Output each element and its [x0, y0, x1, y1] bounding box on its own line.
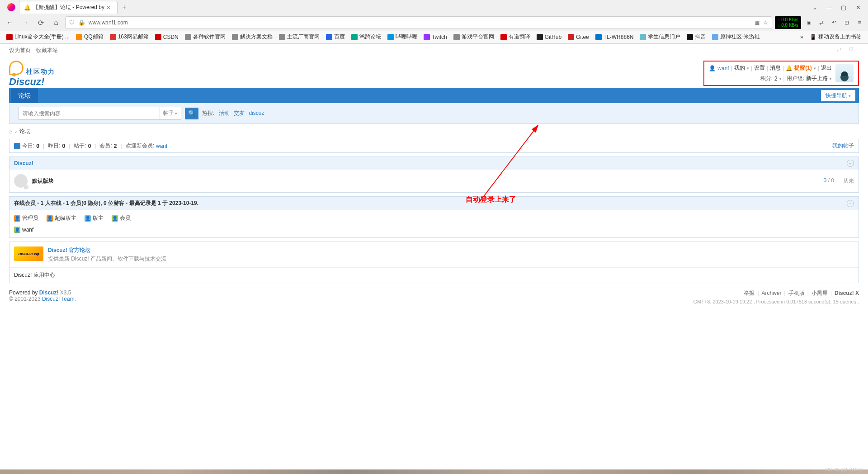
qr-icon[interactable]: ▦	[755, 19, 760, 26]
collapse-icon[interactable]: −	[847, 200, 854, 207]
bookmark-item[interactable]: 百度	[323, 32, 348, 42]
footer-time: GMT+8, 2023-10-19 19:22 , Processed in 0…	[693, 299, 859, 304]
search-type[interactable]: 帖子▾	[159, 107, 181, 119]
dropdown-icon[interactable]: ⌄	[808, 1, 821, 14]
quick-nav[interactable]: 快捷导航 ▾	[821, 90, 855, 101]
bookmark-star-icon[interactable]: ☆	[763, 19, 768, 26]
crumb-forum[interactable]: 论坛	[19, 128, 30, 135]
nav-forum[interactable]: 论坛	[11, 88, 38, 103]
group-value[interactable]: 新手上路	[806, 75, 828, 82]
menu-icon[interactable]: ≡	[854, 18, 864, 28]
logo-en: Discuz!	[9, 76, 55, 88]
points-label: 积分:	[760, 75, 773, 82]
minimize-button[interactable]: —	[823, 1, 835, 14]
user-panel: 👤 wanf | 我的▾ | 设置 | 消息 | 🔔 提醒(1)▾ | 退出 积…	[703, 61, 859, 86]
section-title[interactable]: Discuz!	[14, 160, 33, 166]
bookmark-item[interactable]: 主流厂商官网	[276, 32, 322, 42]
home-icon[interactable]: ⌂	[9, 128, 12, 135]
set-homepage[interactable]: 设为首页	[9, 47, 31, 54]
bookmark-item[interactable]: 原神社区-米游社	[709, 32, 763, 42]
mobile-bookmarks[interactable]: 📱 移动设备上的书签	[807, 32, 864, 42]
promo-image[interactable]: DISCUZ!.vip	[14, 246, 43, 261]
hot-link[interactable]: 交友	[234, 110, 245, 116]
person-icon: 👤	[709, 65, 716, 71]
bookmark-item[interactable]: TL-WR886N	[593, 33, 637, 41]
user-icon: 👤	[14, 227, 20, 233]
footer-link[interactable]: 举报	[744, 290, 755, 296]
footer-link[interactable]: 手机版	[788, 290, 805, 296]
url-bar[interactable]: 🛡 🔒̶ www.wanf1.com ▦ ☆	[65, 16, 772, 29]
logo-bubble-icon	[9, 61, 24, 75]
mine-link[interactable]: 我的	[734, 64, 745, 72]
close-icon[interactable]: ✕	[104, 5, 113, 11]
footer-link[interactable]: Archiver	[762, 290, 782, 296]
bookmark-item[interactable]: 抖音	[684, 32, 708, 42]
notify-link[interactable]: 提醒(1)	[794, 64, 812, 72]
bookmark-item[interactable]: CSDN	[152, 33, 181, 41]
search-button[interactable]: 🔍	[185, 108, 198, 119]
reload-button[interactable]: ⟳	[34, 16, 47, 29]
hot-link[interactable]: 活动	[219, 110, 230, 116]
bookmark-more[interactable]: »	[797, 33, 806, 41]
new-member-link[interactable]: wanf	[156, 143, 167, 149]
extension-icon[interactable]: ◉	[804, 18, 814, 28]
bookmark-item[interactable]: 游戏平台官网	[451, 32, 497, 42]
footer-link[interactable]: Discuz! X	[835, 290, 859, 296]
online-user[interactable]: 👤 wanf	[14, 227, 33, 233]
logo-cn: 社区动力	[26, 68, 55, 76]
bookmark-item[interactable]: 163网易邮箱	[107, 32, 151, 42]
bookmark-item[interactable]: QQ邮箱	[73, 32, 106, 42]
bookmark-item[interactable]: 学生信息门户	[637, 32, 683, 42]
browser-tab[interactable]: 🔔 【新提醒】论坛 - Powered by ✕	[19, 1, 118, 14]
shield-icon: 🛡	[69, 19, 75, 26]
legend-item: 👤管理员	[14, 214, 38, 222]
home-button[interactable]: ⌂	[50, 16, 62, 29]
forum-icon	[14, 174, 28, 188]
network-speed: ↑ 0.0 KB/s↓ 0.0 KB/s	[775, 16, 801, 29]
username-link[interactable]: wanf	[717, 65, 729, 71]
close-button[interactable]: ✕	[852, 1, 864, 14]
bookmark-item[interactable]: 哔哩哔哩	[385, 32, 420, 42]
maximize-button[interactable]: ▢	[837, 1, 850, 14]
search-input[interactable]	[19, 107, 159, 119]
group-label: 用户组:	[787, 75, 804, 82]
points-value[interactable]: 2	[774, 76, 778, 82]
firefox-icon	[7, 3, 15, 11]
promo-title[interactable]: Discuz! 官方论坛	[48, 247, 90, 253]
hot-label: 热搜:	[202, 110, 214, 116]
logout-link[interactable]: 退出	[821, 64, 832, 72]
library-icon[interactable]: ⊡	[842, 18, 852, 28]
new-tab-button[interactable]: +	[118, 3, 131, 11]
sync-icon[interactable]: ⇄	[816, 18, 826, 28]
bookmark-item[interactable]: GitHub	[534, 33, 564, 41]
settings-link[interactable]: 设置	[754, 64, 765, 72]
avatar[interactable]	[835, 64, 854, 82]
footer-link[interactable]: 小黑屋	[811, 290, 828, 296]
heart-icon[interactable]: ♡	[849, 47, 854, 54]
mobile-icon: 📱	[810, 34, 816, 40]
bookmark-item[interactable]: Gitee	[565, 33, 592, 41]
collapse-icon[interactable]: −	[847, 160, 854, 167]
logo[interactable]: 社区动力 Discuz!	[9, 61, 55, 88]
forward-button[interactable]: →	[19, 16, 32, 29]
legend-item: 👤超级版主	[47, 214, 76, 222]
app-center-link[interactable]: Discuz! 应用中心	[14, 272, 55, 278]
url-text: www.wanf1.com	[89, 19, 128, 26]
back-button[interactable]: ←	[4, 16, 16, 29]
bookmark-item[interactable]: Twitch	[421, 33, 450, 41]
bookmark-item[interactable]: 鸿鹄论坛	[349, 32, 384, 42]
favorite-site[interactable]: 收藏本站	[36, 47, 58, 54]
bookmark-item[interactable]: 解决方案文档	[229, 32, 275, 42]
chevron-icon: ›	[15, 128, 17, 135]
messages-link[interactable]: 消息	[770, 64, 781, 72]
undo-icon[interactable]: ↶	[829, 18, 839, 28]
forum-link[interactable]: 默认版块	[32, 177, 54, 185]
bookmark-item[interactable]: Linux命令大全(手册) ...	[4, 32, 72, 42]
team-link[interactable]: Discuz! Team	[42, 296, 75, 302]
toggle-icon[interactable]: ⇄	[837, 47, 841, 54]
bookmark-item[interactable]: 有道翻译	[498, 32, 533, 42]
my-posts-link[interactable]: 我的帖子	[832, 142, 854, 150]
hot-link[interactable]: discuz	[249, 110, 264, 116]
bookmark-item[interactable]: 各种软件官网	[182, 32, 228, 42]
discuz-link[interactable]: Discuz!	[39, 289, 59, 296]
